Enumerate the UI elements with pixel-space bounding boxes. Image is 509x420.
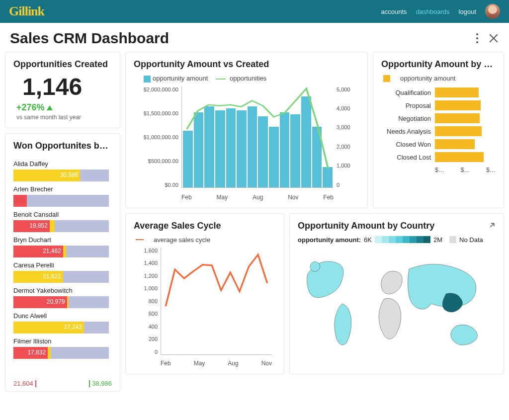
list-item[interactable]: Caresa Perelli 21,621 (13, 261, 109, 283)
list-item[interactable]: Benoit Cansdall 19,852 (13, 211, 109, 232)
nav-logout[interactable]: logout (459, 8, 476, 15)
list-item[interactable]: Alida Daffey 30,586 (13, 160, 109, 181)
legend-label: average sales cycle (154, 236, 210, 244)
list-footer: 21,604 38,986 (13, 380, 112, 388)
title-bar: Sales CRM Dashboard (0, 23, 509, 52)
top-nav: accounts dashboards logout (381, 4, 500, 19)
nav-dashboards[interactable]: dashboards (416, 8, 450, 15)
stage-row: Qualification (381, 86, 496, 99)
legend-bar-label: opportunity amount (153, 75, 208, 82)
card-amount-vs-created: Opportunity Amount vs Created opportunit… (125, 52, 368, 208)
stage-row: Closed Won (381, 138, 496, 151)
stage-row: Proposal (381, 99, 496, 112)
user-avatar[interactable] (485, 4, 500, 19)
stage-row: Needs Analysis (381, 125, 496, 138)
card-amount-by-stage: Opportunity Amount by St… opportunity am… (373, 52, 504, 208)
won-list[interactable]: Alida Daffey 30,586 Arlen Brecher 4,222 … (13, 156, 112, 375)
card-title: Opportunity Amount by St… (381, 59, 496, 70)
combo-chart[interactable]: $2,000,000.00$1,500,000.00$1,000,000.00$… (134, 86, 359, 201)
map-legend-label: opportunity amount: (298, 236, 361, 244)
card-avg-sales-cycle: Average Sales Cycle average sales cycle … (125, 213, 284, 374)
metric-sub: vs same month last year (16, 114, 112, 121)
metric-value: 1,146 (22, 75, 112, 99)
list-item[interactable]: Dermot Yakebowitch 20,979 (13, 287, 109, 308)
map-legend-nodata: No Data (459, 236, 483, 244)
nav-accounts[interactable]: accounts (381, 8, 407, 15)
chart-legend: opportunity amount (383, 75, 496, 82)
card-title: Opportunity Amount vs Created (134, 59, 359, 70)
card-title: Won Opportunites b… (13, 141, 112, 151)
page-title: Sales CRM Dashboard (10, 30, 169, 47)
legend-label: opportunity amount (400, 75, 455, 82)
card-title: Opportunities Created (13, 59, 112, 70)
stage-row: Closed Lost (381, 151, 496, 164)
stage-chart[interactable]: QualificationProposalNegotiationNeeds An… (381, 86, 496, 164)
kebab-menu-icon[interactable] (476, 33, 478, 43)
metric-delta: +276% (16, 102, 112, 113)
card-won-opportunities: Won Opportunites b… Alida Daffey 30,586 … (5, 133, 120, 392)
cycle-chart[interactable]: 1,6001,4001,2001,0008006004002000 FebMay… (134, 248, 276, 367)
map-legend: opportunity amount: 6K 2M No Data (298, 236, 496, 244)
chart-legend: opportunity amount opportunities (144, 75, 359, 83)
world-map[interactable] (298, 247, 496, 361)
chart-legend: average sales cycle (136, 236, 276, 244)
trend-up-icon (47, 105, 53, 110)
legend-line-label: opportunities (230, 75, 266, 82)
expand-icon[interactable] (488, 221, 497, 230)
card-title: Opportunity Amount by Country (298, 221, 496, 231)
footer-left: 21,604 (13, 380, 36, 388)
app-header: Gillink accounts dashboards logout (0, 0, 509, 23)
close-icon[interactable] (488, 33, 499, 44)
map-legend-max: 2M (433, 236, 442, 244)
map-legend-min: 6K (364, 236, 372, 244)
list-item[interactable]: Filmer Illiston 17,832 (13, 337, 109, 359)
card-amount-by-country: Opportunity Amount by Country opportunit… (289, 213, 504, 374)
card-opportunities-created: Opportunities Created 1,146 +276% vs sam… (5, 52, 120, 128)
card-title: Average Sales Cycle (134, 221, 276, 231)
metric-delta-text: +276% (16, 102, 45, 113)
list-item[interactable]: Dunc Alwell 27,242 (13, 312, 109, 334)
svg-point-0 (310, 261, 320, 271)
stage-row: Negotiation (381, 112, 496, 125)
list-item[interactable]: Bryn Duchart 21,462 (13, 236, 109, 257)
brand-logo: Gillink (9, 4, 44, 19)
list-item[interactable]: Arlen Brecher 4,222 (13, 185, 109, 207)
footer-right: 38,986 (89, 380, 112, 388)
